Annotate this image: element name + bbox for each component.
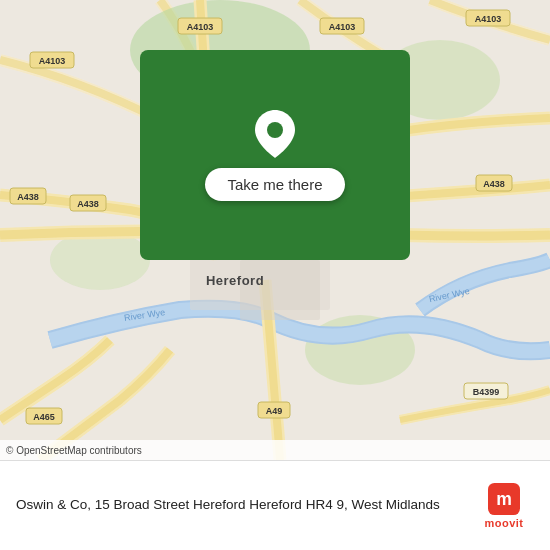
svg-text:A4103: A4103 (187, 22, 214, 32)
svg-text:A438: A438 (17, 192, 39, 202)
location-pin-icon (255, 110, 295, 158)
info-panel: Oswin & Co, 15 Broad Street Hereford Her… (0, 460, 550, 550)
svg-text:m: m (496, 489, 512, 509)
svg-text:A49: A49 (266, 406, 283, 416)
take-me-there-button[interactable]: Take me there (205, 168, 344, 201)
moovit-icon: m (488, 483, 520, 515)
svg-text:A4103: A4103 (329, 22, 356, 32)
svg-text:B4399: B4399 (473, 387, 500, 397)
map-attribution: © OpenStreetMap contributors (0, 440, 550, 460)
map-container: A4103 A4103 A4103 A4103 A438 A438 A438 A… (0, 0, 550, 460)
address-text: Oswin & Co, 15 Broad Street Hereford Her… (16, 496, 462, 515)
address-label: Oswin & Co, 15 Broad Street Hereford Her… (16, 497, 440, 512)
map-marker-overlay: Take me there (140, 50, 410, 260)
svg-text:A438: A438 (483, 179, 505, 189)
moovit-logo: m moovit (474, 483, 534, 529)
svg-text:A465: A465 (33, 412, 55, 422)
svg-text:A4103: A4103 (39, 56, 66, 66)
svg-point-34 (267, 122, 283, 138)
moovit-label: moovit (484, 517, 523, 529)
svg-rect-8 (240, 260, 320, 320)
svg-text:A4103: A4103 (475, 14, 502, 24)
svg-text:A438: A438 (77, 199, 99, 209)
svg-text:Hereford: Hereford (206, 273, 264, 288)
